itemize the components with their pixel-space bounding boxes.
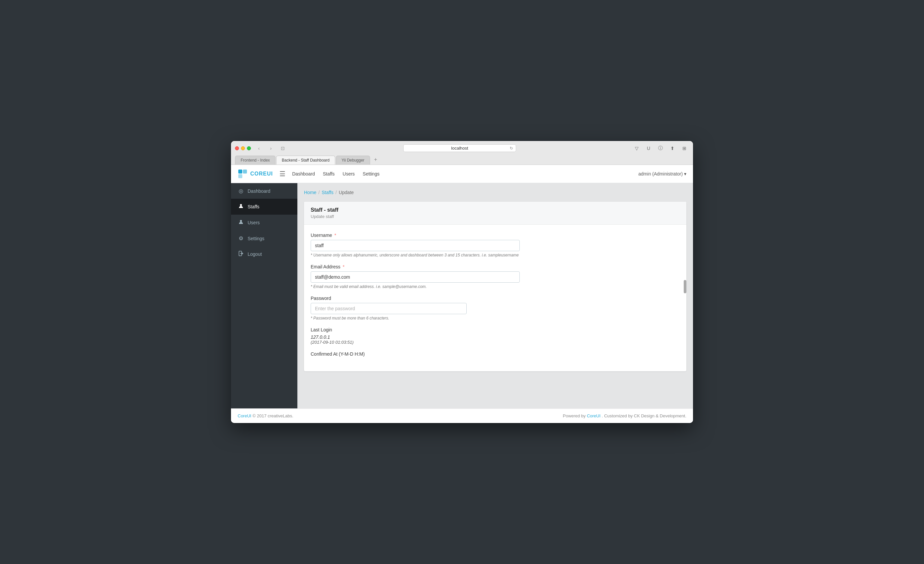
username-label: Username * bbox=[310, 233, 680, 238]
last-login-value: 127.0.0.1 bbox=[310, 334, 680, 340]
footer-right: Powered by CoreUI . Customized by CK Des… bbox=[563, 413, 686, 418]
staff-update-card: Staff - staff Update staff Username * * … bbox=[304, 202, 686, 371]
breadcrumb-sep-1: / bbox=[318, 190, 320, 195]
coreui-logo-icon bbox=[238, 169, 248, 179]
main-content: Home / Staffs / Update Staff - staff Upd… bbox=[297, 183, 693, 408]
card-header: Staff - staff Update staff bbox=[304, 202, 686, 224]
user-menu[interactable]: admin (Administrator) ▾ bbox=[638, 171, 686, 177]
pocket-icon[interactable]: ▽ bbox=[632, 145, 641, 152]
card-body: Username * * Username only allows alphan… bbox=[304, 224, 686, 371]
sidebar-label-logout: Logout bbox=[248, 251, 262, 257]
password-group: Password * Password must be more than 6 … bbox=[310, 296, 680, 320]
card-subtitle: Update staff bbox=[310, 214, 680, 219]
sidebar-item-logout[interactable]: Logout bbox=[231, 246, 297, 262]
svg-rect-0 bbox=[238, 169, 242, 174]
footer-coreui-link-right[interactable]: CoreUI bbox=[587, 413, 600, 418]
logout-icon bbox=[238, 251, 244, 257]
breadcrumb-home[interactable]: Home bbox=[304, 190, 316, 195]
svg-rect-2 bbox=[238, 174, 242, 178]
reader-button[interactable]: ⊡ bbox=[278, 145, 287, 152]
nav-link-settings[interactable]: Settings bbox=[363, 170, 380, 178]
share-icon[interactable]: ⬆ bbox=[668, 145, 677, 152]
password-label: Password bbox=[310, 296, 680, 301]
username-group: Username * * Username only allows alphan… bbox=[310, 233, 680, 257]
close-button[interactable] bbox=[235, 146, 239, 150]
email-hint: * Email must be valid email address. i.e… bbox=[310, 284, 680, 289]
confirmed-at-group: Confirmed At (Y-M-D H:M) bbox=[310, 352, 680, 357]
footer-coreui-link-left[interactable]: CoreUI bbox=[238, 413, 251, 418]
sidebar: ◎ Dashboard Staffs Users ⚙ bbox=[231, 183, 297, 408]
username-input[interactable] bbox=[310, 240, 520, 251]
settings-icon: ⚙ bbox=[238, 235, 244, 241]
sidebar-item-users[interactable]: Users bbox=[231, 215, 297, 230]
nav-links: Dashboard Staffs Users Settings bbox=[292, 170, 638, 178]
new-tab-button[interactable]: + bbox=[371, 155, 380, 165]
email-group: Email Address * * Email must be valid em… bbox=[310, 264, 680, 289]
username-required: * bbox=[334, 233, 336, 238]
maximize-button[interactable] bbox=[247, 146, 251, 150]
sidebar-item-staffs[interactable]: Staffs bbox=[231, 199, 297, 215]
top-navigation: COREUI ☰ Dashboard Staffs Users Settings… bbox=[231, 165, 693, 183]
scrollbar[interactable] bbox=[684, 280, 686, 293]
nav-link-staffs[interactable]: Staffs bbox=[323, 170, 335, 178]
hamburger-menu[interactable]: ☰ bbox=[279, 170, 285, 178]
back-button[interactable]: ‹ bbox=[254, 145, 264, 152]
card-title: Staff - staff bbox=[310, 207, 680, 213]
sidebar-item-dashboard[interactable]: ◎ Dashboard bbox=[231, 183, 297, 199]
sidebar-label-staffs: Staffs bbox=[248, 204, 260, 209]
url-text: localhost bbox=[451, 146, 468, 151]
breadcrumb-staffs[interactable]: Staffs bbox=[322, 190, 333, 195]
footer: CoreUI © 2017 creativeLabs. Powered by C… bbox=[231, 408, 693, 423]
dashboard-icon: ◎ bbox=[238, 188, 244, 194]
nav-link-users[interactable]: Users bbox=[342, 170, 355, 178]
sidebar-label-settings: Settings bbox=[248, 236, 264, 241]
breadcrumb-current: Update bbox=[339, 190, 354, 195]
last-login-group: Last Login 127.0.0.1 (2017-09-10 01:03:5… bbox=[310, 327, 680, 345]
email-input[interactable] bbox=[310, 271, 520, 283]
confirmed-at-label: Confirmed At (Y-M-D H:M) bbox=[310, 352, 680, 357]
user-icon[interactable]: U bbox=[644, 145, 653, 152]
reload-icon[interactable]: ↻ bbox=[510, 146, 513, 151]
tab-backend[interactable]: Backend - Staff Dashboard bbox=[276, 156, 335, 165]
breadcrumb-sep-2: / bbox=[336, 190, 337, 195]
fullscreen-icon[interactable]: ⊞ bbox=[680, 145, 689, 152]
sidebar-label-dashboard: Dashboard bbox=[248, 188, 270, 194]
sidebar-item-settings[interactable]: ⚙ Settings bbox=[231, 230, 297, 246]
email-label: Email Address * bbox=[310, 264, 680, 269]
staffs-icon bbox=[238, 203, 244, 210]
brand-logo[interactable]: COREUI bbox=[238, 169, 273, 179]
username-hint: * Username only allows alphanumeric, und… bbox=[310, 253, 680, 257]
nav-link-dashboard[interactable]: Dashboard bbox=[292, 170, 315, 178]
email-required: * bbox=[342, 264, 344, 269]
brand-name: COREUI bbox=[250, 171, 273, 177]
svg-point-4 bbox=[240, 220, 242, 222]
info-icon[interactable]: ⓘ bbox=[656, 145, 665, 152]
breadcrumb: Home / Staffs / Update bbox=[304, 190, 686, 195]
forward-button[interactable]: › bbox=[266, 145, 276, 152]
sidebar-label-users: Users bbox=[248, 220, 260, 225]
svg-point-3 bbox=[240, 204, 242, 206]
password-input[interactable] bbox=[310, 303, 466, 314]
last-login-label: Last Login bbox=[310, 327, 680, 332]
tab-frontend[interactable]: Frontend - Index bbox=[235, 156, 276, 165]
address-bar[interactable]: localhost ↻ bbox=[403, 144, 516, 152]
svg-rect-1 bbox=[243, 169, 247, 174]
last-login-sub: (2017-09-10 01:03:51) bbox=[310, 340, 680, 345]
password-hint: * Password must be more than 6 character… bbox=[310, 316, 680, 320]
minimize-button[interactable] bbox=[241, 146, 245, 150]
tab-debugger[interactable]: Yii Debugger bbox=[336, 156, 370, 165]
users-icon bbox=[238, 219, 244, 226]
footer-left: CoreUI © 2017 creativeLabs. bbox=[238, 413, 293, 418]
